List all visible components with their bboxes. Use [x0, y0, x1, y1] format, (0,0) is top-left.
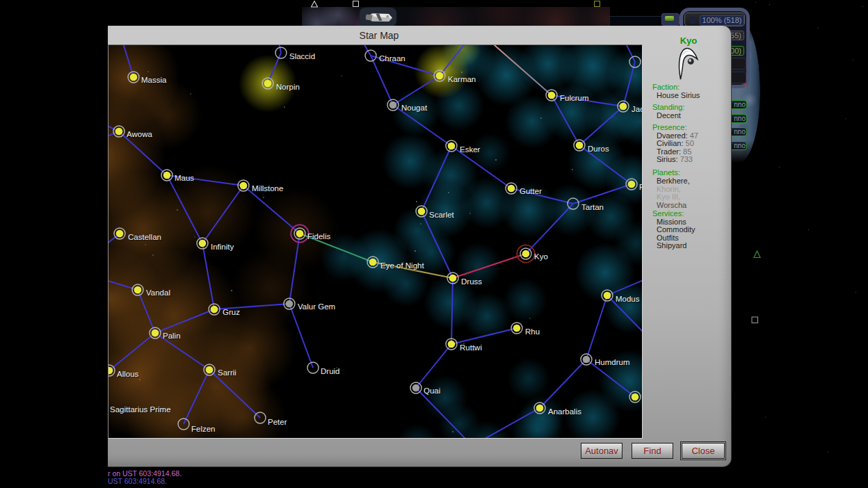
svg-text:Esker: Esker: [460, 145, 481, 154]
svg-text:Quai: Quai: [424, 387, 440, 395]
svg-text:Vandal: Vandal: [146, 288, 170, 297]
svg-text:Gutter: Gutter: [520, 187, 542, 195]
svg-text:Awowa: Awowa: [127, 130, 152, 138]
svg-text:Felzen: Felzen: [191, 425, 216, 433]
svg-text:Jack: Jack: [632, 105, 643, 113]
svg-text:Anarbalis: Anarbalis: [548, 407, 581, 416]
svg-text:Norpin: Norpin: [276, 83, 300, 91]
svg-text:Massia: Massia: [141, 76, 167, 84]
svg-text:Maus: Maus: [175, 174, 194, 182]
svg-text:Scarlet: Scarlet: [429, 211, 455, 219]
svg-text:Fulcrum: Fulcrum: [560, 94, 589, 102]
svg-text:Peter: Peter: [268, 418, 287, 426]
svg-text:Fidelis: Fidelis: [307, 232, 330, 241]
svg-text:Duros: Duros: [588, 145, 609, 153]
svg-text:Ruttwi: Ruttwi: [460, 343, 482, 352]
svg-text:Druid: Druid: [321, 367, 339, 375]
svg-text:Druss: Druss: [461, 277, 482, 286]
svg-text:Allous: Allous: [117, 370, 139, 378]
svg-text:Infinity: Infinity: [211, 243, 234, 251]
svg-text:Sagittarius Prime: Sagittarius Prime: [110, 405, 171, 414]
svg-text:Palin: Palin: [163, 332, 181, 340]
svg-text:Humdrum: Humdrum: [595, 358, 629, 366]
svg-text:Rhu: Rhu: [525, 327, 540, 336]
svg-text:Slaccid: Slaccid: [289, 52, 315, 60]
svg-text:Karman: Karman: [448, 75, 476, 83]
svg-text:Eye of Night: Eye of Night: [380, 261, 424, 270]
svg-text:Chraan: Chraan: [379, 54, 405, 63]
svg-text:Gruz: Gruz: [223, 308, 240, 316]
svg-text:Valur Gem: Valur Gem: [298, 302, 335, 311]
svg-text:Sarrii: Sarrii: [218, 368, 236, 377]
svg-text:Millstone: Millstone: [252, 184, 283, 193]
svg-text:Modus Ma: Modus Ma: [616, 295, 643, 303]
svg-text:Castellan: Castellan: [128, 233, 161, 241]
svg-text:Fe: Fe: [639, 183, 643, 191]
svg-text:Tartan: Tartan: [581, 203, 604, 211]
svg-text:Kyo: Kyo: [534, 252, 548, 261]
svg-text:Nougat: Nougat: [401, 104, 428, 112]
